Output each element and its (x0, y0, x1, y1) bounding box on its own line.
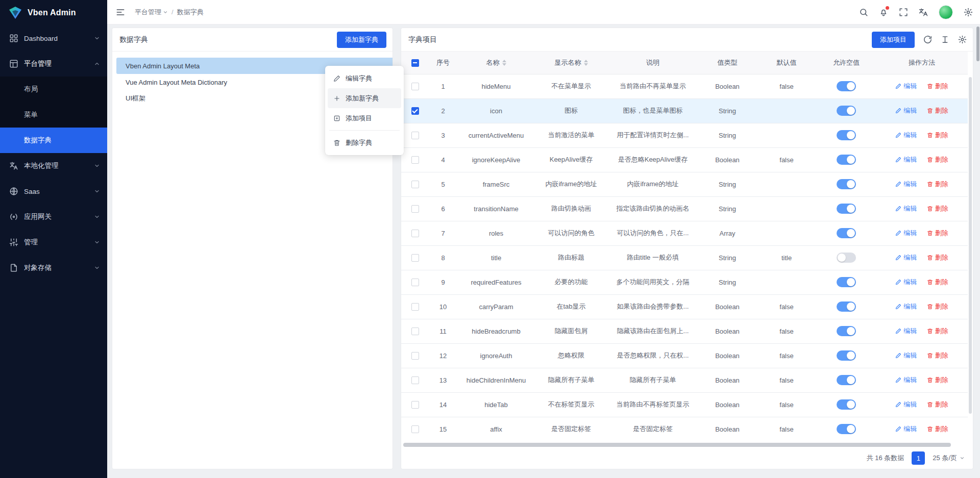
delete-row-button[interactable]: 删除 (927, 106, 948, 115)
delete-row-button[interactable]: 删除 (927, 180, 948, 189)
page-number-button[interactable]: 1 (912, 451, 925, 465)
allow-null-toggle[interactable] (837, 155, 856, 165)
refresh-icon[interactable] (923, 35, 932, 44)
delete-row-button[interactable]: 删除 (927, 375, 948, 385)
edit-row-button[interactable]: 编辑 (895, 351, 917, 360)
allow-null-toggle[interactable] (837, 81, 856, 91)
col-header-name[interactable]: 名称 (457, 52, 535, 74)
context-menu-edit-dictionary[interactable]: 编辑字典 (328, 68, 401, 88)
allow-null-toggle[interactable] (837, 130, 856, 140)
table-horizontal-scrollbar[interactable] (403, 442, 968, 447)
delete-row-button[interactable]: 删除 (927, 82, 948, 91)
sidebar-item-layout[interactable]: 布局 (0, 77, 107, 102)
allow-null-toggle[interactable] (837, 424, 856, 434)
sidebar-item-saas[interactable]: Saas (0, 179, 107, 204)
allow-null-toggle[interactable] (837, 399, 856, 410)
settings-gear-icon[interactable] (964, 8, 973, 17)
sort-icons[interactable] (502, 60, 506, 66)
row-checkbox[interactable] (411, 401, 419, 409)
allow-null-toggle[interactable] (837, 253, 856, 263)
edit-row-button[interactable]: 编辑 (895, 326, 917, 336)
allow-null-toggle[interactable] (837, 350, 856, 361)
sidebar-item-dashboard[interactable]: Dashboard (0, 26, 107, 51)
edit-row-button[interactable]: 编辑 (895, 253, 917, 262)
select-all-checkbox[interactable] (411, 59, 419, 67)
row-checkbox[interactable] (411, 156, 419, 164)
edit-row-button[interactable]: 编辑 (895, 82, 917, 91)
edit-row-button[interactable]: 编辑 (895, 278, 917, 287)
row-checkbox[interactable] (411, 303, 419, 311)
row-checkbox[interactable] (411, 352, 419, 360)
edit-row-button[interactable]: 编辑 (895, 106, 917, 115)
delete-row-button[interactable]: 删除 (927, 229, 948, 238)
row-checkbox[interactable] (411, 107, 419, 115)
sidebar-collapse-icon[interactable] (115, 7, 126, 17)
delete-row-button[interactable]: 删除 (927, 278, 948, 287)
fullscreen-icon[interactable] (899, 8, 908, 17)
row-checkbox[interactable] (411, 425, 419, 433)
table-vertical-scrollbar[interactable] (969, 77, 972, 414)
allow-null-toggle[interactable] (837, 301, 856, 312)
edit-row-button[interactable]: 编辑 (895, 131, 917, 140)
edit-row-button[interactable]: 编辑 (895, 375, 917, 385)
row-checkbox[interactable] (411, 205, 419, 213)
page-scrollbar[interactable] (976, 27, 979, 61)
sidebar-item-data-dictionary[interactable]: 数据字典 (0, 128, 107, 153)
allow-null-toggle[interactable] (837, 228, 856, 238)
add-dictionary-button[interactable]: 添加新字典 (337, 32, 386, 48)
row-checkbox[interactable] (411, 254, 419, 262)
row-checkbox[interactable] (411, 230, 419, 237)
cell-display-name: 不在菜单显示 (535, 74, 607, 98)
edit-row-button[interactable]: 编辑 (895, 155, 917, 164)
notification-bell-icon[interactable] (879, 8, 888, 17)
cell-index: 9 (429, 270, 457, 294)
user-avatar[interactable] (939, 5, 953, 19)
delete-row-button[interactable]: 删除 (927, 351, 948, 360)
page-size-select[interactable]: 25 条/页 (933, 454, 965, 463)
sidebar-item-object-storage[interactable]: 对象存储 (0, 255, 107, 281)
edit-row-button[interactable]: 编辑 (895, 302, 917, 311)
allow-null-toggle[interactable] (837, 277, 856, 287)
delete-row-button[interactable]: 删除 (927, 424, 948, 434)
delete-row-button[interactable]: 删除 (927, 204, 948, 213)
breadcrumb-platform-manage[interactable]: 平台管理 (135, 8, 168, 17)
delete-row-button[interactable]: 删除 (927, 131, 948, 140)
sidebar-item-menu[interactable]: 菜单 (0, 102, 107, 128)
column-settings-gear-icon[interactable] (958, 35, 967, 44)
edit-row-button[interactable]: 编辑 (895, 180, 917, 189)
row-checkbox[interactable] (411, 328, 419, 335)
edit-row-button[interactable]: 编辑 (895, 424, 917, 434)
edit-row-button[interactable]: 编辑 (895, 204, 917, 213)
delete-row-button[interactable]: 删除 (927, 326, 948, 336)
search-icon[interactable] (859, 8, 868, 17)
delete-row-button[interactable]: 删除 (927, 155, 948, 164)
delete-row-button[interactable]: 删除 (927, 302, 948, 311)
col-header-display-name[interactable]: 显示名称 (535, 52, 607, 74)
sort-icons[interactable] (584, 60, 588, 66)
row-checkbox[interactable] (411, 132, 419, 139)
sidebar-item-platform-manage[interactable]: 平台管理 (0, 51, 107, 77)
add-item-button[interactable]: 添加项目 (872, 32, 915, 48)
sidebar-item-gateway[interactable]: 应用网关 (0, 204, 107, 230)
row-checkbox[interactable] (411, 83, 419, 90)
app-logo[interactable]: Vben Admin (0, 0, 107, 26)
allow-null-toggle[interactable] (837, 204, 856, 214)
translate-icon[interactable] (919, 8, 928, 17)
row-checkbox[interactable] (411, 376, 419, 384)
delete-row-button[interactable]: 删除 (927, 400, 948, 409)
row-checkbox[interactable] (411, 181, 419, 188)
context-menu-delete-dictionary[interactable]: 删除字典 (328, 133, 401, 153)
allow-null-toggle[interactable] (837, 375, 856, 385)
edit-row-button[interactable]: 编辑 (895, 400, 917, 409)
delete-row-button[interactable]: 删除 (927, 253, 948, 262)
row-checkbox[interactable] (411, 279, 419, 286)
allow-null-toggle[interactable] (837, 326, 856, 336)
allow-null-toggle[interactable] (837, 106, 856, 116)
sidebar-item-localization[interactable]: 本地化管理 (0, 153, 107, 179)
row-height-icon[interactable] (941, 35, 949, 44)
sidebar-item-manage[interactable]: 管理 (0, 230, 107, 255)
context-menu-add-item[interactable]: 添加项目 (328, 108, 401, 128)
allow-null-toggle[interactable] (837, 179, 856, 189)
edit-row-button[interactable]: 编辑 (895, 229, 917, 238)
context-menu-add-dictionary[interactable]: 添加新字典 (328, 88, 401, 108)
